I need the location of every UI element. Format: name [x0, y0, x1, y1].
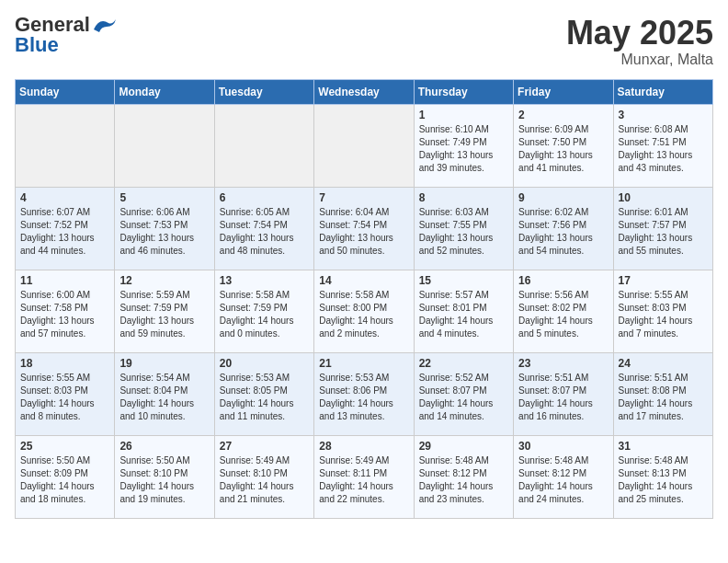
weekday-header: Saturday — [613, 79, 712, 104]
day-number: 9 — [518, 191, 608, 204]
day-info: Sunrise: 5:49 AM Sunset: 8:10 PM Dayligh… — [220, 454, 309, 506]
calendar-cell — [214, 104, 313, 187]
calendar-week-row: 4Sunrise: 6:07 AM Sunset: 7:52 PM Daylig… — [16, 187, 713, 270]
day-number: 29 — [419, 440, 508, 453]
calendar-cell: 14Sunrise: 5:58 AM Sunset: 8:00 PM Dayli… — [314, 270, 414, 352]
day-number: 18 — [20, 357, 109, 370]
day-number: 17 — [619, 274, 708, 287]
day-info: Sunrise: 5:56 AM Sunset: 8:02 PM Dayligh… — [518, 289, 608, 340]
day-number: 11 — [20, 274, 109, 287]
weekday-header: Monday — [115, 79, 214, 104]
calendar-cell: 8Sunrise: 6:03 AM Sunset: 7:55 PM Daylig… — [414, 187, 513, 270]
calendar-week-row: 18Sunrise: 5:55 AM Sunset: 8:03 PM Dayli… — [16, 352, 713, 435]
day-info: Sunrise: 5:59 AM Sunset: 7:59 PM Dayligh… — [119, 289, 209, 340]
calendar-week-row: 11Sunrise: 6:00 AM Sunset: 7:58 PM Dayli… — [16, 270, 713, 352]
calendar-cell: 18Sunrise: 5:55 AM Sunset: 8:03 PM Dayli… — [16, 352, 115, 435]
day-number: 1 — [419, 109, 508, 121]
day-number: 2 — [518, 109, 608, 121]
day-number: 3 — [619, 109, 708, 121]
calendar-cell: 28Sunrise: 5:49 AM Sunset: 8:11 PM Dayli… — [314, 435, 414, 518]
calendar-cell: 23Sunrise: 5:51 AM Sunset: 8:07 PM Dayli… — [514, 352, 613, 435]
calendar-cell: 29Sunrise: 5:48 AM Sunset: 8:12 PM Dayli… — [414, 435, 513, 518]
day-info: Sunrise: 6:07 AM Sunset: 7:52 PM Dayligh… — [20, 206, 109, 258]
day-number: 31 — [619, 440, 708, 453]
day-info: Sunrise: 5:57 AM Sunset: 8:01 PM Dayligh… — [419, 289, 508, 340]
calendar-cell: 9Sunrise: 6:02 AM Sunset: 7:56 PM Daylig… — [514, 187, 613, 270]
day-info: Sunrise: 5:58 AM Sunset: 8:00 PM Dayligh… — [319, 289, 408, 340]
logo-general-text: General — [15, 15, 90, 35]
calendar-cell: 7Sunrise: 6:04 AM Sunset: 7:54 PM Daylig… — [314, 187, 414, 270]
day-number: 5 — [119, 191, 209, 204]
calendar-week-row: 25Sunrise: 5:50 AM Sunset: 8:09 PM Dayli… — [16, 435, 713, 518]
calendar-cell: 31Sunrise: 5:48 AM Sunset: 8:13 PM Dayli… — [613, 435, 712, 518]
day-number: 24 — [619, 357, 708, 370]
day-info: Sunrise: 6:06 AM Sunset: 7:53 PM Dayligh… — [119, 206, 209, 258]
page-header: General Blue May 2025 Munxar, Malta — [15, 15, 713, 68]
calendar-cell: 13Sunrise: 5:58 AM Sunset: 7:59 PM Dayli… — [214, 270, 313, 352]
day-info: Sunrise: 6:04 AM Sunset: 7:54 PM Dayligh… — [319, 206, 408, 258]
day-info: Sunrise: 6:05 AM Sunset: 7:54 PM Dayligh… — [220, 206, 309, 258]
day-info: Sunrise: 5:49 AM Sunset: 8:11 PM Dayligh… — [319, 454, 408, 506]
day-info: Sunrise: 5:51 AM Sunset: 8:08 PM Dayligh… — [619, 372, 708, 423]
day-number: 28 — [319, 440, 408, 453]
weekday-header: Wednesday — [314, 79, 414, 104]
calendar-cell: 10Sunrise: 6:01 AM Sunset: 7:57 PM Dayli… — [613, 187, 712, 270]
day-number: 30 — [518, 440, 608, 453]
day-number: 8 — [419, 191, 508, 204]
day-number: 23 — [518, 357, 608, 370]
day-info: Sunrise: 5:48 AM Sunset: 8:12 PM Dayligh… — [419, 454, 508, 506]
calendar-cell: 15Sunrise: 5:57 AM Sunset: 8:01 PM Dayli… — [414, 270, 513, 352]
weekday-header: Friday — [514, 79, 613, 104]
day-info: Sunrise: 5:48 AM Sunset: 8:12 PM Dayligh… — [518, 454, 608, 506]
calendar-cell — [115, 104, 214, 187]
title-block: May 2025 Munxar, Malta — [566, 15, 713, 68]
calendar-cell: 24Sunrise: 5:51 AM Sunset: 8:08 PM Dayli… — [613, 352, 712, 435]
day-number: 4 — [20, 191, 109, 204]
weekday-header: Thursday — [414, 79, 513, 104]
calendar-cell: 19Sunrise: 5:54 AM Sunset: 8:04 PM Dayli… — [115, 352, 214, 435]
calendar-cell: 30Sunrise: 5:48 AM Sunset: 8:12 PM Dayli… — [514, 435, 613, 518]
logo: General Blue — [15, 15, 118, 55]
day-info: Sunrise: 5:52 AM Sunset: 8:07 PM Dayligh… — [419, 372, 508, 423]
calendar-cell — [16, 104, 115, 187]
weekday-header: Tuesday — [214, 79, 313, 104]
day-number: 6 — [220, 191, 309, 204]
calendar-header-row: SundayMondayTuesdayWednesdayThursdayFrid… — [16, 79, 713, 104]
day-number: 19 — [119, 357, 209, 370]
day-number: 10 — [619, 191, 708, 204]
day-info: Sunrise: 6:09 AM Sunset: 7:50 PM Dayligh… — [518, 123, 608, 175]
calendar-cell: 25Sunrise: 5:50 AM Sunset: 8:09 PM Dayli… — [16, 435, 115, 518]
calendar-table: SundayMondayTuesdayWednesdayThursdayFrid… — [15, 79, 713, 519]
day-info: Sunrise: 5:54 AM Sunset: 8:04 PM Dayligh… — [119, 372, 209, 423]
day-info: Sunrise: 5:50 AM Sunset: 8:09 PM Dayligh… — [20, 454, 109, 506]
day-number: 25 — [20, 440, 109, 453]
day-number: 7 — [319, 191, 408, 204]
day-info: Sunrise: 5:55 AM Sunset: 8:03 PM Dayligh… — [20, 372, 109, 423]
logo-blue-text: Blue — [15, 35, 118, 55]
calendar-cell: 5Sunrise: 6:06 AM Sunset: 7:53 PM Daylig… — [115, 187, 214, 270]
day-info: Sunrise: 6:02 AM Sunset: 7:56 PM Dayligh… — [518, 206, 608, 258]
logo-bird-icon — [92, 16, 118, 34]
day-info: Sunrise: 6:01 AM Sunset: 7:57 PM Dayligh… — [619, 206, 708, 258]
day-number: 26 — [119, 440, 209, 453]
day-number: 16 — [518, 274, 608, 287]
calendar-cell: 20Sunrise: 5:53 AM Sunset: 8:05 PM Dayli… — [214, 352, 313, 435]
calendar-cell: 12Sunrise: 5:59 AM Sunset: 7:59 PM Dayli… — [115, 270, 214, 352]
day-info: Sunrise: 5:50 AM Sunset: 8:10 PM Dayligh… — [119, 454, 209, 506]
day-info: Sunrise: 6:03 AM Sunset: 7:55 PM Dayligh… — [419, 206, 508, 258]
day-info: Sunrise: 5:58 AM Sunset: 7:59 PM Dayligh… — [220, 289, 309, 340]
day-info: Sunrise: 5:53 AM Sunset: 8:05 PM Dayligh… — [220, 372, 309, 423]
weekday-header: Sunday — [16, 79, 115, 104]
calendar-cell: 6Sunrise: 6:05 AM Sunset: 7:54 PM Daylig… — [214, 187, 313, 270]
day-number: 15 — [419, 274, 508, 287]
calendar-cell: 27Sunrise: 5:49 AM Sunset: 8:10 PM Dayli… — [214, 435, 313, 518]
day-number: 21 — [319, 357, 408, 370]
calendar-cell: 16Sunrise: 5:56 AM Sunset: 8:02 PM Dayli… — [514, 270, 613, 352]
calendar-week-row: 1Sunrise: 6:10 AM Sunset: 7:49 PM Daylig… — [16, 104, 713, 187]
calendar-cell: 3Sunrise: 6:08 AM Sunset: 7:51 PM Daylig… — [613, 104, 712, 187]
day-number: 14 — [319, 274, 408, 287]
day-number: 22 — [419, 357, 508, 370]
calendar-cell: 26Sunrise: 5:50 AM Sunset: 8:10 PM Dayli… — [115, 435, 214, 518]
day-number: 20 — [220, 357, 309, 370]
calendar-cell: 1Sunrise: 6:10 AM Sunset: 7:49 PM Daylig… — [414, 104, 513, 187]
